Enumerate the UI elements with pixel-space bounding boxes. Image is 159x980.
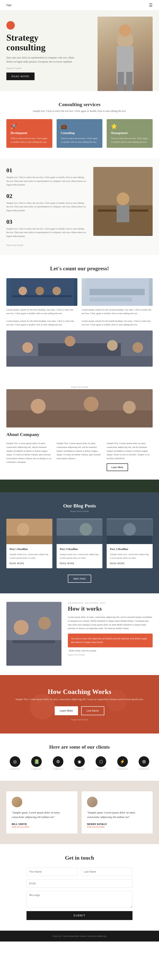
message-input[interactable] [27, 891, 132, 908]
nav-menu-icon[interactable]: ☰ [149, 3, 153, 8]
svg-point-8 [116, 192, 129, 205]
contact-section: Get in touch SUBMIT [0, 844, 159, 931]
blog-card-image-0 [6, 519, 52, 544]
how-tag: MEANINGFUL SOLUTIONS, FAST [68, 602, 153, 604]
about-col-1: Sample Text. Lorem ipsum dolor sit amet,… [57, 442, 102, 471]
progress-text-1: Lorem ipsum content for the second headi… [82, 308, 153, 315]
testimonial-role-1: Web Developer [87, 826, 147, 828]
hero-orange-dot [6, 21, 15, 30]
hero-content: Strategy consulting Duis aute irure dolo… [6, 21, 74, 80]
numbered-image [93, 167, 153, 236]
how-title: How it works [68, 605, 153, 612]
how-quote-text: Accusam et iusto odio dignissim qui blan… [71, 637, 150, 644]
blog-card-image-1 [57, 519, 102, 544]
service-desc-0: Click to select the text box. Click agai… [11, 137, 48, 143]
testimonial-role-0: Web Developer [12, 826, 72, 828]
progress-card-2: Lorem ipsum content for the third headin… [6, 319, 77, 326]
blog-card-2: Post 3 Headline Sample email text, conse… [107, 519, 153, 568]
blog-post-title-1: Post 2 Headline [60, 547, 99, 551]
coaching-learn-more-button[interactable]: Learn More [55, 706, 78, 715]
client-logo-2: ⚙ COMPANY [53, 756, 63, 770]
how-it-works-section: MEANINGFUL SOLUTIONS, FAST How it works … [0, 593, 159, 675]
blog-post-title-2: Post 3 Headline [110, 547, 150, 551]
numbered-text-1: Sample text. Click to select the text bo… [6, 201, 87, 212]
how-img-credit: Image from Freepik [68, 654, 153, 656]
blog-post-text-1: Sample email text, consectetur adipiscin… [60, 552, 99, 560]
blog-subtitle: Image from Freepik [6, 510, 153, 512]
testimonial-name-1: MERRY KINKLY [87, 822, 147, 826]
svg-point-23 [107, 340, 118, 351]
numbered-item-1: 02 Sample text. Click to select the text… [6, 192, 87, 212]
numbered-text-0: Sample text. Click to select the text bo… [6, 175, 87, 187]
svg-point-34 [80, 523, 92, 536]
hero-cta-button[interactable]: READ MORE [6, 73, 35, 80]
blog-post-text-0: Sample email text, consectetur adipiscin… [9, 552, 49, 560]
svg-point-12 [19, 287, 27, 295]
svg-rect-11 [12, 295, 72, 298]
blog-read-more-2[interactable]: READ MORE [110, 562, 124, 565]
svg-rect-35 [57, 536, 102, 544]
testimonial-card-1: "Sample quote. Lorem ipsum dolor sit ame… [82, 791, 153, 834]
blog-learn-more-button[interactable]: learn more [68, 574, 91, 583]
about-learn-more-button[interactable]: Learn More [107, 463, 128, 471]
blog-title: Our Blog Posts [6, 503, 153, 509]
client-logo-6: ⊞ COMPANY [139, 756, 150, 770]
coaching-subtitle: Sample Text. Lorem ipsum dolor sit amet,… [6, 698, 153, 701]
blog-read-more-0[interactable]: READ MORE [9, 562, 24, 565]
testimonials-section: "Sample quote. Lorem ipsum dolor sit ame… [0, 781, 159, 844]
about-section: Image from Freepik About Company Sample … [0, 377, 159, 480]
nav-logo: logo [6, 3, 12, 7]
blog-card-image-2 [107, 519, 153, 544]
consulting-subtitle: Sample text. Click to select the text bo… [6, 110, 153, 113]
numbered-item-2: 03 Sample text. Click to select the text… [6, 218, 87, 238]
last-name-input[interactable] [81, 867, 133, 876]
progress-grid: Lorem ipsum content for the first headin… [6, 278, 153, 326]
service-icon-2: ⭐ [111, 123, 148, 129]
service-card-2: ⭐ Management Click to select the text bo… [107, 119, 153, 148]
footer: Footer text - lorem ipsum dolor sit amet… [0, 931, 159, 942]
email-input[interactable] [27, 879, 132, 888]
coaching-section: How Coaching Works Sample Text. Lorem ip… [0, 675, 159, 733]
about-col-0: Sample Text. Lorem ipsum dolor sit amet,… [6, 442, 52, 471]
svg-rect-32 [6, 536, 52, 544]
testimonial-card-0: "Sample quote. Lorem ipsum dolor sit ame… [6, 791, 77, 834]
blog-card-0: Post 1 Headline Sample email text, conse… [6, 519, 52, 568]
svg-rect-19 [6, 356, 153, 367]
coaching-img-credit: Image from Freepik [6, 718, 153, 721]
blog-read-more-1[interactable]: READ MORE [60, 562, 75, 565]
svg-rect-3 [118, 72, 124, 91]
about-col-2: Sample Text. Lorem ipsum dolor sit amet,… [107, 442, 153, 471]
first-name-input[interactable] [27, 867, 78, 876]
coaching-live-demo-button[interactable]: Live Demo [81, 706, 104, 715]
contact-title: Get in touch [6, 855, 153, 861]
testimonials-grid: "Sample quote. Lorem ipsum dolor sit ame… [6, 791, 153, 834]
progress-section: Let's count our progress! Lorem ipsum co… [0, 255, 159, 377]
number-1: 02 [6, 192, 87, 199]
svg-point-24 [132, 342, 143, 353]
testimonial-text-1: "Sample quote. Lorem ipsum dolor sit ame… [87, 810, 147, 819]
clients-grid: ◎ COMPANY 📗 COMPANY ⚙ COMPANY ◉ COMPANY … [6, 756, 153, 770]
service-icon-1: 💼 [61, 123, 98, 129]
svg-point-13 [36, 287, 44, 295]
consulting-section: Consulting services Sample text. Click t… [0, 91, 159, 158]
svg-point-14 [53, 287, 61, 295]
how-image [6, 602, 61, 667]
numbered-item-0: 01 Sample text. Click to select the text… [6, 167, 87, 187]
how-text: Lorem ipsum dolor sit amet, consectetur … [68, 615, 153, 630]
service-icon-0: 🚀 [11, 123, 48, 129]
progress-text-0: Lorem ipsum content for the first headin… [6, 308, 77, 315]
progress-card-image-1 [82, 278, 153, 306]
svg-point-22 [65, 336, 75, 347]
about-col-2-text: Sample Text. Lorem ipsum dolor sit amet,… [107, 442, 153, 460]
about-image [6, 389, 153, 428]
svg-rect-43 [13, 640, 55, 643]
svg-rect-40 [6, 640, 61, 666]
svg-point-1 [119, 24, 131, 37]
consulting-title: Consulting services [6, 102, 153, 107]
client-logo-1: 📗 COMPANY [31, 756, 42, 770]
submit-button[interactable]: SUBMIT [27, 911, 132, 920]
blog-section: Our Blog Posts Image from Freepik Post 1… [0, 492, 159, 593]
numbered-section: 01 Sample text. Click to select the text… [0, 158, 159, 255]
how-quote-block: Accusam et iusto odio dignissim qui blan… [68, 633, 153, 648]
svg-point-37 [123, 523, 136, 536]
